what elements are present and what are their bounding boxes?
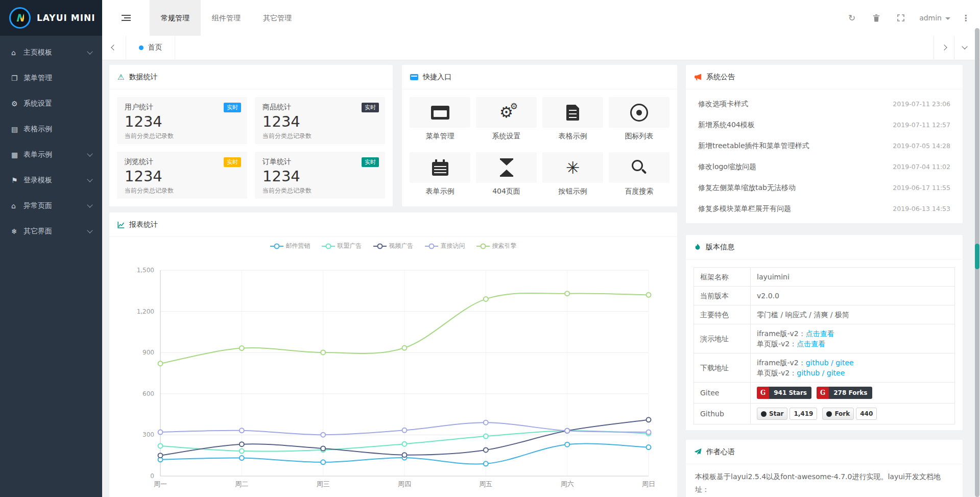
- header-actions: ↻ admin ⋮: [840, 0, 980, 36]
- legend-item-联盟广告[interactable]: 联盟广告: [322, 242, 362, 250]
- link-gitee[interactable]: gitee: [827, 369, 845, 377]
- search-icon: [632, 160, 643, 171]
- gitee-badge-text: 941 Stars: [769, 387, 811, 399]
- top-header: 常规管理组件管理其它管理 ↻ admin ⋮: [102, 0, 980, 36]
- quick-entry-百度搜索[interactable]: 百度搜索: [609, 152, 670, 196]
- version-row: 主要特色零门槛 / 响应式 / 清爽 / 极简: [694, 305, 955, 324]
- quick-entry-label: 图标列表: [609, 132, 670, 141]
- quick-entry-tile: [410, 152, 470, 183]
- svg-text:周二: 周二: [235, 480, 248, 488]
- sidebar-item-其它界面[interactable]: ❄其它界面: [0, 219, 102, 244]
- version-link-line: iframe版-v2：github / gitee: [757, 358, 948, 368]
- header-tab-其它管理[interactable]: 其它管理: [252, 0, 303, 36]
- link-gitee[interactable]: gitee: [835, 359, 854, 367]
- version-row: 当前版本v2.0.0: [694, 287, 955, 305]
- sidebar-item-label: 表格示例: [23, 125, 52, 134]
- legend-item-邮件营销[interactable]: 邮件营销: [270, 242, 310, 250]
- svg-text:1,500: 1,500: [137, 267, 154, 274]
- tab-home[interactable]: 首页: [126, 36, 175, 59]
- github-badge-Star[interactable]: Star1,419: [757, 408, 817, 420]
- notice-item[interactable]: 修改选项卡样式2019-07-11 23:06: [698, 93, 950, 114]
- sidebar-item-菜单管理[interactable]: ❐菜单管理: [0, 65, 102, 91]
- sidebar-item-表单示例[interactable]: ▦表单示例: [0, 142, 102, 168]
- legend-symbol: [476, 244, 490, 249]
- link-点击查看[interactable]: 点击查看: [797, 340, 825, 348]
- notice-text: 修复左侧菜单缩放tab无法移动: [698, 183, 796, 193]
- notice-item[interactable]: 修改logo缩放问题2019-07-04 11:02: [698, 156, 950, 177]
- gitee-badge[interactable]: G278 Forks: [817, 387, 872, 399]
- tabs-scroll-left-button[interactable]: [102, 36, 126, 59]
- quick-entry-图标列表[interactable]: 图标列表: [609, 97, 670, 141]
- menu-toggle-icon: [122, 13, 131, 22]
- github-button-label: Star: [769, 409, 783, 419]
- paper-plane-icon: [694, 448, 702, 456]
- stat-card-desc: 当前分类总记录数: [262, 132, 377, 140]
- author-body: 本模板基于layui2.5.4以及font-awesome-4.7.0进行实现。…: [686, 464, 963, 497]
- sidebar: N LAYUI MINI ⌂主页模板❐菜单管理⚙系统设置▤表格示例▦表单示例⚑登…: [0, 0, 102, 497]
- header-tab-常规管理[interactable]: 常规管理: [150, 0, 201, 36]
- line-chart: 03006009001,2001,500周一周二周三周四周五周六周日: [109, 237, 677, 497]
- user-menu[interactable]: admin: [919, 14, 950, 22]
- link-点击查看[interactable]: 点击查看: [806, 329, 834, 338]
- megaphone-icon: [694, 73, 702, 81]
- sidebar-toggle-button[interactable]: [102, 0, 150, 36]
- sidebar-item-主页模板[interactable]: ⌂主页模板: [0, 40, 102, 65]
- quick-entry-系统设置[interactable]: ⚙⚙系统设置: [476, 97, 537, 141]
- stat-card-desc: 当前分类总记录数: [125, 132, 240, 140]
- quick-entry-404页面[interactable]: 404页面: [476, 152, 537, 196]
- realtime-badge: 实时: [224, 103, 241, 112]
- header-nav-tabs: 常规管理组件管理其它管理: [150, 0, 303, 36]
- tabs-menu-button[interactable]: [954, 36, 974, 59]
- warning-icon: ⚠: [117, 73, 124, 82]
- version-row-label: 演示地址: [694, 324, 751, 353]
- panel-version-info: 版本信息 框架名称layuimini当前版本v2.0.0主要特色零门槛 / 响应…: [686, 235, 963, 430]
- quick-entry-表格示例[interactable]: 表格示例: [542, 97, 603, 141]
- panel-title: 版本信息: [706, 243, 734, 252]
- notice-item[interactable]: 修复左侧菜单缩放tab无法移动2019-06-17 11:55: [698, 177, 950, 198]
- scrollbar-thumb[interactable]: [975, 244, 979, 269]
- stat-card-订单统计: 订单统计实时1234当前分类总记录数: [255, 152, 385, 199]
- version-row-value: 零门槛 / 响应式 / 清爽 / 极简: [751, 305, 955, 324]
- quick-entry-菜单管理[interactable]: 菜单管理: [410, 97, 470, 141]
- sidebar-item-系统设置[interactable]: ⚙系统设置: [0, 91, 102, 116]
- github-badge-Fork[interactable]: Fork440: [822, 408, 877, 420]
- svg-text:0: 0: [150, 472, 154, 480]
- brand[interactable]: N LAYUI MINI: [0, 0, 102, 36]
- panel-title: 快捷入口: [423, 73, 451, 82]
- notice-item[interactable]: 修复多模块菜单栏展开有问题2019-06-13 14:53: [698, 198, 950, 219]
- quick-entry-按钮示例[interactable]: ✳按钮示例: [542, 152, 603, 196]
- notice-item[interactable]: 新增treetable插件和菜单管理样式2019-07-05 14:28: [698, 135, 950, 156]
- legend-item-视频广告[interactable]: 视频广告: [373, 242, 414, 250]
- github-fork-button[interactable]: Fork: [822, 408, 854, 420]
- trash-icon[interactable]: [873, 14, 880, 22]
- legend-item-搜索引擎[interactable]: 搜索引擎: [476, 242, 517, 250]
- stat-card-label: 商品统计: [262, 103, 377, 112]
- github-star-button[interactable]: Star: [757, 408, 787, 420]
- gears-icon: ⚙⚙: [499, 105, 513, 120]
- legend-symbol: [322, 244, 335, 249]
- file-text-icon: [566, 105, 579, 121]
- stat-card-desc: 当前分类总记录数: [125, 186, 240, 195]
- window-icon: [431, 106, 449, 120]
- legend-symbol: [373, 244, 387, 249]
- stats-grid: 用户统计实时1234当前分类总记录数商品统计实时1234当前分类总记录数浏览统计…: [109, 89, 393, 206]
- quick-entry-tile: [542, 97, 603, 128]
- notice-item[interactable]: 新增系统404模板2019-07-11 12:57: [698, 114, 950, 135]
- sidebar-item-label: 其它界面: [23, 227, 52, 236]
- header-tab-组件管理[interactable]: 组件管理: [201, 0, 252, 36]
- sidebar-item-登录模板[interactable]: ⚑登录模板: [0, 168, 102, 193]
- sidebar-item-异常页面[interactable]: ⌂异常页面: [0, 193, 102, 219]
- sidebar-item-表格示例[interactable]: ▤表格示例: [0, 116, 102, 142]
- legend-item-直接访问[interactable]: 直接访问: [425, 242, 465, 250]
- quick-entry-表单示例[interactable]: 表单示例: [410, 152, 470, 196]
- gitee-badge[interactable]: G941 Stars: [757, 387, 811, 399]
- more-menu-icon[interactable]: ⋮: [962, 13, 970, 23]
- notice-text: 修复多模块菜单栏展开有问题: [698, 204, 791, 214]
- refresh-icon[interactable]: ↻: [848, 13, 855, 23]
- calendar-icon: [432, 162, 448, 176]
- link-github[interactable]: github: [797, 369, 820, 377]
- version-row-value: layuimini: [751, 268, 955, 287]
- link-github[interactable]: github: [806, 359, 829, 367]
- tabs-scroll-right-button[interactable]: [934, 36, 954, 59]
- fullscreen-icon[interactable]: [897, 14, 904, 21]
